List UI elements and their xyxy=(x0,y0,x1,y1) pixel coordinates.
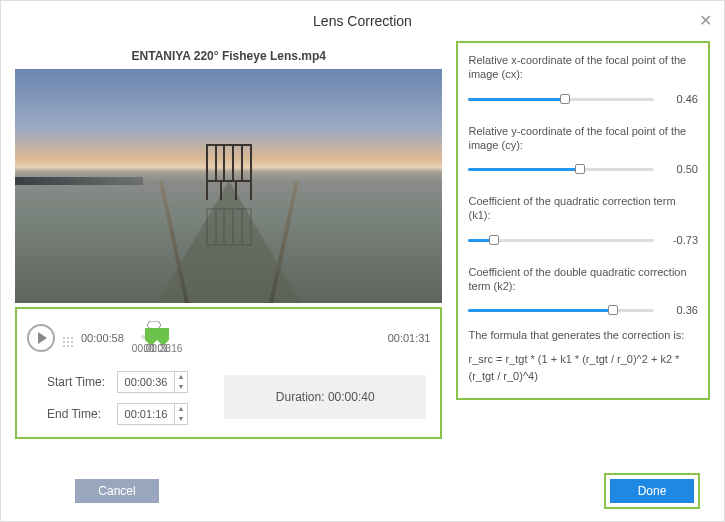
end-time-label: End Time: xyxy=(47,407,109,421)
slider-thumb[interactable] xyxy=(575,164,585,174)
param-2: Coefficient of the quadratic correction … xyxy=(468,194,698,247)
timeline-track[interactable]: 00:00:36 00:01:16 xyxy=(141,323,167,353)
param-1: Relative y-coordinate of the focal point… xyxy=(468,124,698,177)
param-label: Coefficient of the quadratic correction … xyxy=(468,194,698,223)
start-time-down-icon[interactable]: ▼ xyxy=(175,382,187,392)
correction-parameters: Relative x-coordinate of the focal point… xyxy=(456,41,710,400)
end-time-field[interactable]: ▲ ▼ xyxy=(117,403,188,425)
range-end-timecode: 00:01:16 xyxy=(144,343,183,354)
done-button[interactable]: Done xyxy=(610,479,694,503)
duration-display: Duration: 00:00:40 xyxy=(224,375,426,419)
param-slider[interactable] xyxy=(468,303,654,317)
play-button[interactable] xyxy=(27,324,55,352)
param-slider[interactable] xyxy=(468,162,654,176)
param-value: 0.50 xyxy=(662,163,698,175)
end-time-down-icon[interactable]: ▼ xyxy=(175,414,187,424)
done-button-highlight: Done xyxy=(604,473,700,509)
total-time: 00:01:31 xyxy=(175,332,430,344)
close-icon[interactable]: ✕ xyxy=(699,11,712,30)
slider-thumb[interactable] xyxy=(560,94,570,104)
formula-text: r_src = r_tgt * (1 + k1 * (r_tgt / r_0)^… xyxy=(468,351,698,384)
end-time-input[interactable] xyxy=(118,404,174,424)
slider-thumb[interactable] xyxy=(489,235,499,245)
formula-label: The formula that generates the correctio… xyxy=(468,329,698,341)
slider-thumb[interactable] xyxy=(608,305,618,315)
start-time-up-icon[interactable]: ▲ xyxy=(175,372,187,382)
param-0: Relative x-coordinate of the focal point… xyxy=(468,53,698,106)
param-value: 0.36 xyxy=(662,304,698,316)
cancel-button[interactable]: Cancel xyxy=(75,479,159,503)
current-time: 00:00:58 xyxy=(81,332,133,344)
title-bar: Lens Correction ✕ xyxy=(1,1,724,41)
video-filename: ENTANIYA 220° Fisheye Lens.mp4 xyxy=(15,49,442,63)
start-time-field[interactable]: ▲ ▼ xyxy=(117,371,188,393)
playback-controls: 00:00:58 00:00:36 xyxy=(15,307,442,439)
param-label: Relative y-coordinate of the focal point… xyxy=(468,124,698,153)
param-slider[interactable] xyxy=(468,233,654,247)
param-value: -0.73 xyxy=(662,234,698,246)
param-label: Relative x-coordinate of the focal point… xyxy=(468,53,698,82)
play-icon xyxy=(38,332,47,344)
param-value: 0.46 xyxy=(662,93,698,105)
dialog-title: Lens Correction xyxy=(313,13,412,29)
lens-correction-dialog: Lens Correction ✕ ENTANIYA 220° Fisheye … xyxy=(0,0,725,522)
start-time-input[interactable] xyxy=(118,372,174,392)
param-3: Coefficient of the double quadratic corr… xyxy=(468,265,698,318)
drag-grip-icon[interactable] xyxy=(63,337,73,339)
start-time-label: Start Time: xyxy=(47,375,109,389)
param-label: Coefficient of the double quadratic corr… xyxy=(468,265,698,294)
param-slider[interactable] xyxy=(468,92,654,106)
end-time-up-icon[interactable]: ▲ xyxy=(175,404,187,414)
video-preview xyxy=(15,69,442,303)
